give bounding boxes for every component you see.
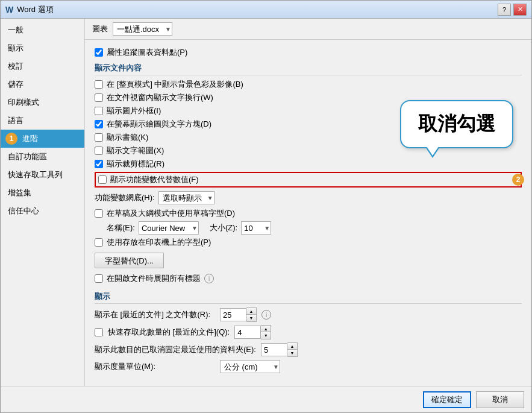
show-cropmark-label: 顯示裁剪標記(R) — [107, 159, 164, 169]
show-picture-checkbox[interactable] — [95, 107, 103, 115]
font-size-wrapper: 10 ▼ — [241, 221, 271, 235]
sidebar-item-label: 進階 — [22, 134, 38, 143]
show-textrange-label: 顯示文字範圍(X) — [107, 145, 164, 156]
sidebar-item-quickaccess[interactable]: 快速存取工具列 — [1, 166, 84, 184]
close-button[interactable]: ✕ — [513, 4, 527, 16]
font-name-select[interactable]: Courier New — [139, 221, 199, 235]
recent-folders-label: 顯示此數目的已取消固定最近使用的資料夾(E): — [95, 344, 256, 355]
show-bookmark-label: 顯示書籤(K) — [107, 132, 148, 143]
quickaccess-row: 快速存取此數量的 [最近的文件](Q): ▲ ▼ — [95, 325, 522, 339]
dialog-body: 一般 顯示 校訂 儲存 印刷樣式 語言 1 進階 自訂功能區 — [1, 19, 531, 386]
recent-folders-up-btn[interactable]: ▲ — [287, 343, 297, 350]
ok-button[interactable]: 確定確定 — [423, 391, 471, 408]
sidebar: 一般 顯示 校訂 儲存 印刷樣式 語言 1 進階 自訂功能區 — [1, 19, 85, 386]
sidebar-item-label: 自訂功能區 — [8, 152, 47, 161]
show-fieldvalue-label: 顯示功能變數代替數值(F) — [110, 174, 199, 185]
callout-bubble: 取消勾選 — [400, 100, 513, 148]
sidebar-item-language[interactable]: 語言 — [1, 112, 84, 130]
chart-label: 圖表 — [92, 24, 108, 34]
measure-unit-wrapper: 公分 (cm)英吋 (in)公釐 (mm)點 (pt)派卡 (pi) ▼ — [220, 360, 280, 373]
field-shading-label: 功能變數網底(H): — [95, 192, 155, 203]
show-bg-checkbox[interactable] — [95, 80, 103, 89]
display-header: 顯示 — [95, 291, 522, 304]
sidebar-item-print[interactable]: 印刷樣式 — [1, 93, 84, 112]
printer-font-row: 使用存放在印表機上的字型(P) — [95, 237, 522, 248]
font-name-row: 名稱(E): Courier New ▼ 大小(Z): 10 ▼ — [107, 221, 522, 235]
sidebar-item-label: 顯示 — [8, 43, 23, 52]
recent-folders-row: 顯示此數目的已取消固定最近使用的資料夾(E): ▲ ▼ — [95, 342, 522, 357]
show-cropmark-checkbox[interactable] — [95, 160, 103, 168]
quickaccess-down-btn[interactable]: ▼ — [261, 332, 271, 339]
quickaccess-checkbox[interactable] — [95, 328, 103, 336]
draft-font-label: 在草稿及大綱模式中使用草稿字型(D) — [107, 208, 235, 219]
callout-text: 取消勾選 — [418, 113, 495, 134]
track-chart-checkbox[interactable] — [95, 48, 103, 57]
show-drawing-checkbox[interactable] — [95, 120, 103, 128]
main-content: 圖表 一點通.docx ▼ 取消勾選 屬性追蹤圖表資料點(P) — [85, 19, 531, 386]
measure-unit-row: 顯示度量單位(M): 公分 (cm)英吋 (in)公釐 (mm)點 (pt)派卡… — [95, 360, 522, 373]
sidebar-item-advanced[interactable]: 1 進階 — [1, 130, 84, 148]
draft-font-checkbox[interactable] — [95, 209, 103, 218]
sidebar-item-label: 增益集 — [8, 188, 31, 197]
show-textwrap-label: 在文件視窗內顯示文字換行(W) — [107, 92, 213, 103]
recent-files-input[interactable] — [220, 308, 246, 321]
quickaccess-spinbtns: ▲ ▼ — [261, 325, 271, 339]
file-select[interactable]: 一點通.docx — [113, 22, 172, 36]
sidebar-item-label: 校訂 — [8, 61, 23, 71]
font-size-select[interactable]: 10 — [241, 221, 271, 235]
printer-font-checkbox[interactable] — [95, 238, 103, 247]
recent-files-info-icon: i — [261, 310, 271, 320]
track-chart-row: 屬性追蹤圖表資料點(P) — [95, 47, 522, 58]
sidebar-item-label: 印刷樣式 — [8, 98, 39, 107]
circle-1: 1 — [5, 133, 17, 145]
track-chart-label: 屬性追蹤圖表資料點(P) — [107, 47, 187, 58]
file-dropdown-wrapper: 一點通.docx ▼ — [113, 22, 172, 36]
font-name-label: 名稱(E): — [107, 222, 135, 233]
title-bar-left: W Word 選項 — [5, 4, 54, 15]
recent-files-up-btn[interactable]: ▲ — [246, 308, 256, 315]
sidebar-item-display[interactable]: 顯示 — [1, 39, 84, 57]
sidebar-item-label: 快速存取工具列 — [8, 170, 63, 179]
sidebar-item-addins[interactable]: 增益集 — [1, 184, 84, 202]
recent-folders-spinbtns: ▲ ▼ — [287, 342, 298, 357]
quickaccess-up-btn[interactable]: ▲ — [261, 326, 271, 332]
sidebar-item-proofing[interactable]: 校訂 — [1, 57, 84, 75]
cancel-button[interactable]: 取消 — [476, 391, 524, 408]
show-bg-label: 在 [整頁模式] 中顯示背景色彩及影像(B) — [107, 79, 243, 90]
show-textrange-checkbox[interactable] — [95, 147, 103, 155]
help-button[interactable]: ? — [498, 4, 511, 16]
font-size-label: 大小(Z): — [210, 222, 237, 233]
recent-files-down-btn[interactable]: ▼ — [246, 315, 256, 321]
sidebar-item-customize[interactable]: 自訂功能區 — [1, 148, 84, 166]
circle-2: 2 — [512, 174, 524, 186]
recent-files-row: 顯示在 [最近的文件] 之文件數(R): ▲ ▼ i — [95, 307, 522, 322]
sidebar-item-general[interactable]: 一般 — [1, 21, 84, 39]
show-textwrap-checkbox[interactable] — [95, 93, 103, 102]
title-bar: W Word 選項 ? ✕ — [1, 1, 531, 19]
show-doc-content-header: 顯示文件內容 — [95, 63, 522, 75]
quickaccess-spinner: ▲ ▼ — [234, 325, 271, 339]
field-shading-select[interactable]: 選取時顯示永遠顯示永遠不顯示 — [158, 191, 214, 204]
title-bar-controls: ? ✕ — [498, 4, 527, 16]
sidebar-item-save[interactable]: 儲存 — [1, 75, 84, 93]
dialog-title: Word 選項 — [17, 4, 53, 15]
sidebar-item-label: 語言 — [8, 116, 23, 125]
show-bg-row: 在 [整頁模式] 中顯示背景色彩及影像(B) — [95, 79, 522, 90]
quickaccess-input[interactable] — [234, 326, 261, 339]
show-picture-label: 顯示圖片外框(I) — [107, 106, 161, 116]
footer-bar: 確定確定 取消 — [1, 386, 531, 412]
show-bookmark-checkbox[interactable] — [95, 133, 103, 142]
recent-folders-down-btn[interactable]: ▼ — [287, 350, 297, 356]
font-name-wrapper: Courier New ▼ — [139, 221, 199, 235]
open-docs-checkbox[interactable] — [95, 274, 103, 283]
quickaccess-label: 快速存取此數量的 [最近的文件](Q): — [108, 327, 230, 338]
recent-folders-input[interactable] — [261, 343, 287, 356]
show-fieldvalue-row: 顯示功能變數代替數值(F) 2 — [95, 172, 522, 188]
sidebar-item-trustcenter[interactable]: 信任中心 — [1, 202, 84, 220]
measure-unit-select[interactable]: 公分 (cm)英吋 (in)公釐 (mm)點 (pt)派卡 (pi) — [220, 360, 280, 373]
font-sub-button[interactable]: 字型替代(D)... — [95, 253, 164, 268]
show-fieldvalue-checkbox[interactable] — [98, 175, 107, 184]
sidebar-item-label: 儲存 — [8, 80, 23, 89]
show-cropmark-row: 顯示裁剪標記(R) — [95, 159, 522, 169]
show-drawing-label: 在螢幕顯示繪圖與文字方塊(D) — [107, 119, 211, 130]
